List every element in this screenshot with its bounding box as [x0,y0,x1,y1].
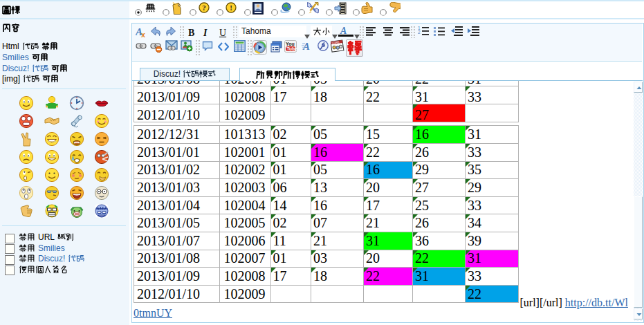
svg-text:A: A [340,26,347,36]
svg-text:!: ! [230,3,232,12]
svg-text:x: x [141,30,145,37]
svg-text:Tube: Tube [287,46,297,51]
svg-text:2: 2 [418,30,421,35]
svg-text:?: ? [202,3,206,12]
